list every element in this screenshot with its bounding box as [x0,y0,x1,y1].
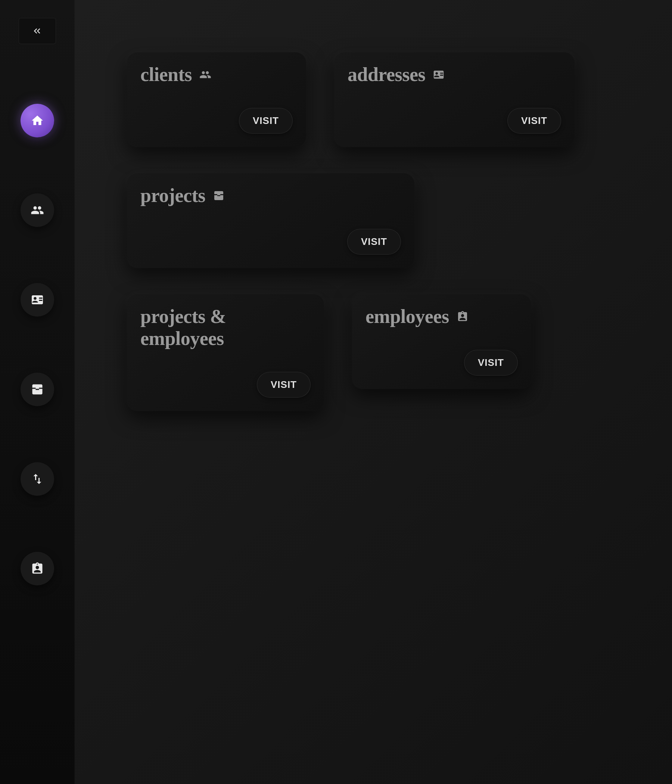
card-footer: VISIT [348,108,561,134]
card-title: addresses [348,64,425,86]
address-card-icon [433,69,445,81]
card-projects: projects VISIT [127,173,414,268]
card-footer: VISIT [140,372,311,398]
visit-button[interactable]: VISIT [347,229,401,255]
sidebar-nav [20,104,54,585]
home-icon [31,114,44,127]
card-projects-employees: projects & employees VISIT [127,294,324,411]
inbox-stack-icon [213,190,225,202]
visit-button[interactable]: VISIT [464,350,518,376]
card-title: projects [140,184,205,207]
card-header: projects [140,184,401,207]
card-title: projects & employees [140,305,311,350]
sidebar-item-projects-employees[interactable] [20,462,54,496]
sidebar-item-home[interactable] [20,104,54,137]
people-icon [31,204,44,217]
inbox-stack-icon [31,383,44,396]
sidebar [0,0,75,784]
sidebar-item-employees[interactable] [20,552,54,585]
people-icon [199,69,211,81]
sidebar-item-addresses[interactable] [20,283,54,317]
card-footer: VISIT [366,350,518,376]
visit-button[interactable]: VISIT [257,372,311,398]
dashboard-cards: clients VISIT addresses VISIT [127,52,620,411]
swap-icon [31,472,44,486]
card-header: clients [140,64,293,86]
card-header: employees [366,305,518,327]
sidebar-item-clients[interactable] [20,193,54,227]
card-title: clients [140,64,192,86]
chevron-double-left-icon [32,26,42,36]
card-header: projects & employees [140,305,311,350]
address-card-icon [31,293,44,306]
card-header: addresses [348,64,561,86]
main-content: clients VISIT addresses VISIT [75,0,672,784]
visit-button[interactable]: VISIT [507,108,561,134]
visit-button[interactable]: VISIT [239,108,293,134]
card-footer: VISIT [140,229,401,255]
card-title: employees [366,305,449,327]
collapse-sidebar-button[interactable] [19,18,56,44]
card-footer: VISIT [140,108,293,134]
person-badge-icon [31,562,44,575]
person-badge-icon [457,311,468,322]
sidebar-item-projects[interactable] [20,373,54,406]
card-clients: clients VISIT [127,52,306,147]
card-addresses: addresses VISIT [334,52,574,147]
card-employees: employees VISIT [352,294,531,389]
